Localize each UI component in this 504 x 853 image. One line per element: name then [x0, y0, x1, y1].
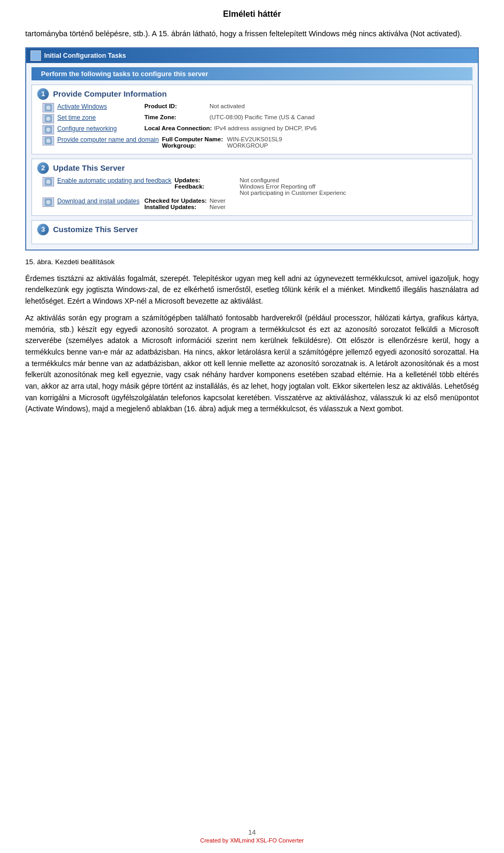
section-1-row-3: Provide computer name and domain Full Co… [43, 136, 467, 149]
enable-updates-icon [43, 177, 54, 186]
section-3-title: Customize This Server [53, 225, 138, 234]
section-3: 3 Customize This Server [32, 220, 472, 244]
section-3-number: 3 [37, 224, 49, 235]
provide-name-detail-0: Full Computer Name: WIN-EV2UKS01SL9 [162, 136, 282, 142]
activate-windows-icon [43, 103, 54, 112]
panel-titlebar: Initial Configuration Tasks [26, 48, 478, 63]
section-1-rows: Activate Windows Product ID: Not activat… [37, 103, 467, 149]
download-updates-details: Checked for Updates: Never Installed Upd… [144, 197, 226, 210]
svg-point-9 [46, 180, 50, 184]
download-updates-detail-1: Installed Updates: Never [144, 204, 226, 210]
section-1-row-2: Configure networking Local Area Connecti… [43, 125, 467, 134]
windows-panel: Initial Configuration Tasks Perform the … [25, 47, 479, 251]
workgroup-label: Workgroup: [162, 142, 225, 149]
creator-prefix: Created by [200, 837, 230, 844]
section-2-row-0: Enable automatic updating and feedback U… [43, 177, 467, 196]
enable-updates-details: Updates: Not configured Feedback: Window… [175, 177, 346, 196]
body-paragraph-0: Érdemes tisztázni az aktiválás fogalmát,… [25, 273, 479, 307]
updates-label: Updates: [175, 177, 238, 183]
provide-name-detail-1: Workgroup: WORKGROUP [162, 142, 282, 149]
enable-updates-detail-1: Feedback: Windows Error Reporting off [175, 183, 346, 190]
download-updates-link[interactable]: Download and install updates [57, 197, 141, 205]
feedback-label: Feedback: [175, 183, 238, 190]
intro-paragraph: tartományba történő belépésre, stb.). A … [25, 28, 479, 40]
download-updates-detail-0: Checked for Updates: Never [144, 197, 226, 204]
configure-networking-details: Local Area Connection: IPv4 address assi… [144, 125, 317, 131]
section-2-number: 2 [37, 162, 49, 174]
section-1-number: 1 [37, 88, 49, 100]
panel-title: Initial Configuration Tasks [44, 52, 126, 59]
installed-updates-label: Installed Updates: [144, 204, 207, 210]
download-updates-icon [43, 197, 54, 207]
provide-name-link[interactable]: Provide computer name and domain [57, 136, 159, 143]
activate-windows-details: Product ID: Not activated [144, 103, 245, 109]
section-1-title: Provide Computer Information [53, 89, 167, 98]
section-1: 1 Provide Computer Information Activate … [32, 85, 472, 154]
timezone-value: (UTC-08:00) Pacific Time (US & Canad [209, 114, 314, 120]
provide-name-icon [43, 136, 54, 145]
installed-updates-value: Never [209, 204, 226, 210]
product-id-label: Product ID: [144, 103, 207, 109]
configure-networking-link[interactable]: Configure networking [57, 125, 141, 132]
page-footer: 14 Created by XMLmind XSL-FO Converter [0, 828, 504, 844]
enable-updates-link[interactable]: Enable automatic updating and feedback [57, 177, 172, 184]
section-1-row-0: Activate Windows Product ID: Not activat… [43, 103, 467, 112]
updates-value: Not configured [240, 177, 279, 183]
svg-point-7 [46, 139, 50, 143]
workgroup-value: WORKGROUP [227, 142, 268, 149]
panel-icon [30, 50, 41, 61]
set-timezone-icon [43, 114, 54, 123]
checked-for-updates-value: Never [209, 197, 226, 204]
provide-name-details: Full Computer Name: WIN-EV2UKS01SL9 Work… [162, 136, 282, 149]
page-title: Elméleti háttér [25, 9, 479, 19]
feedback-extra-label [175, 190, 238, 196]
feedback-extra-value: Not participating in Customer Experienc [240, 190, 346, 196]
section-3-header: 3 Customize This Server [37, 224, 467, 235]
set-timezone-details: Time Zone: (UTC-08:00) Pacific Time (US … [144, 114, 314, 120]
panel-subtitle: Perform the following tasks to configure… [41, 70, 208, 78]
enable-updates-detail-2: Not participating in Customer Experienc [175, 190, 346, 196]
svg-point-11 [46, 200, 50, 204]
figure-caption: 15. ábra. Kezdeti beállítások [25, 258, 479, 266]
creator-link[interactable]: XMLmind XSL-FO Converter [230, 837, 304, 844]
page: Elméleti háttér tartományba történő belé… [0, 0, 504, 853]
section-2-title: Update This Server [53, 163, 125, 172]
activate-windows-detail-0: Product ID: Not activated [144, 103, 245, 109]
panel-body: Perform the following tasks to configure… [26, 67, 478, 249]
feedback-value: Windows Error Reporting off [240, 183, 316, 190]
section-1-header: 1 Provide Computer Information [37, 88, 467, 100]
enable-updates-detail-0: Updates: Not configured [175, 177, 346, 183]
section-1-row-1: Set time zone Time Zone: (UTC-08:00) Pac… [43, 114, 467, 123]
full-computer-name-label: Full Computer Name: [162, 136, 225, 142]
full-computer-name-value: WIN-EV2UKS01SL9 [227, 136, 282, 142]
svg-point-3 [46, 117, 50, 121]
configure-networking-icon [43, 125, 54, 134]
section-2-rows: Enable automatic updating and feedback U… [37, 177, 467, 210]
local-area-label: Local Area Connection: [144, 125, 212, 131]
panel-subtitle-bar: Perform the following tasks to configure… [32, 67, 472, 80]
page-number: 14 [0, 828, 504, 836]
section-2: 2 Update This Server Enable automatic up… [32, 159, 472, 216]
activate-windows-link[interactable]: Activate Windows [57, 103, 141, 110]
section-2-header: 2 Update This Server [37, 162, 467, 174]
svg-point-5 [46, 128, 50, 132]
product-id-value: Not activated [209, 103, 245, 109]
configure-networking-detail-0: Local Area Connection: IPv4 address assi… [144, 125, 317, 131]
body-paragraph-1: Az aktiválás során egy program a számító… [25, 313, 479, 415]
svg-point-1 [46, 106, 50, 110]
checked-for-updates-label: Checked for Updates: [144, 197, 207, 204]
local-area-value: IPv4 address assigned by DHCP, IPv6 [214, 125, 317, 131]
section-2-row-1: Download and install updates Checked for… [43, 197, 467, 210]
footer-creator: Created by XMLmind XSL-FO Converter [0, 837, 504, 844]
set-timezone-detail-0: Time Zone: (UTC-08:00) Pacific Time (US … [144, 114, 314, 120]
timezone-label: Time Zone: [144, 114, 207, 120]
set-timezone-link[interactable]: Set time zone [57, 114, 141, 121]
